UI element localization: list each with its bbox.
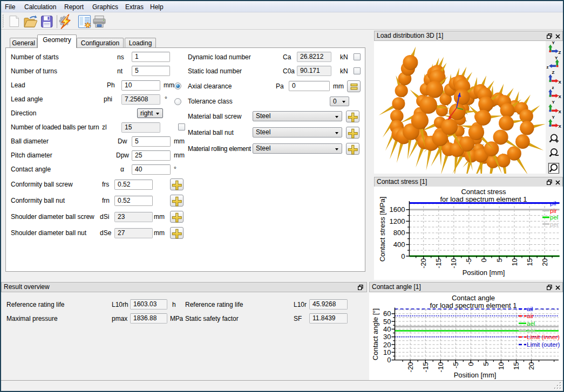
svg-text:Position [mm]: Position [mm] [454, 371, 497, 379]
svg-text:5: 5 [482, 362, 490, 366]
svg-text:for load spectrum element 1: for load spectrum element 1 [440, 195, 527, 203]
svg-text:Limit (inner): Limit (inner) [527, 334, 560, 340]
svg-text:pil: pil [550, 200, 556, 207]
svg-text:pel: pel [550, 214, 558, 221]
svg-text:X: X [559, 94, 562, 99]
svg-text:X: X [559, 124, 562, 129]
svg-text:10: 10 [511, 258, 519, 266]
svg-text:Contact angle [°]: Contact angle [°] [371, 308, 379, 360]
svg-text:-15: -15 [434, 258, 443, 269]
svg-text:-5: -5 [452, 362, 460, 369]
svg-text:20: 20 [527, 362, 535, 370]
svg-text:60: 60 [383, 310, 391, 318]
svg-text:10: 10 [383, 348, 391, 356]
svg-text:1600: 1600 [389, 205, 405, 214]
svg-text:z: z [552, 85, 554, 90]
svg-text:-10: -10 [450, 258, 458, 269]
svg-text:Y: Y [552, 41, 555, 45]
svg-text:20: 20 [541, 258, 549, 266]
svg-text:ael: ael [527, 327, 535, 334]
svg-text:X: X [559, 80, 562, 85]
svg-text:Contact stress: Contact stress [461, 188, 506, 196]
svg-text:-20: -20 [406, 362, 414, 373]
svg-text:X: X [559, 109, 562, 114]
svg-text:-10: -10 [437, 362, 445, 373]
svg-text:Limit (outer): Limit (outer) [527, 341, 560, 348]
svg-text:Position [mm]: Position [mm] [463, 269, 505, 277]
svg-text:-15: -15 [422, 362, 430, 373]
svg-text:0: 0 [387, 356, 391, 364]
svg-text:ail: ail [527, 306, 533, 312]
svg-text:1200: 1200 [389, 217, 405, 225]
svg-text:Y: Y [555, 56, 558, 60]
svg-text:5: 5 [495, 258, 504, 262]
svg-text:-20: -20 [419, 258, 427, 269]
svg-text:400: 400 [393, 240, 405, 249]
svg-text:0: 0 [401, 252, 405, 260]
svg-text:-5: -5 [465, 258, 473, 265]
svg-text:Y: Y [552, 100, 555, 105]
svg-text:Z: Z [552, 70, 555, 75]
svg-text:Contact angle: Contact angle [452, 294, 495, 302]
svg-text:50: 50 [383, 318, 391, 326]
svg-text:Contact stress [MPa]: Contact stress [MPa] [378, 197, 386, 262]
svg-text:30: 30 [383, 333, 391, 341]
svg-text:pir: pir [550, 208, 557, 214]
svg-text:0: 0 [480, 258, 488, 262]
svg-text:20: 20 [383, 341, 391, 349]
svg-text:z: z [547, 65, 549, 70]
svg-text:0: 0 [467, 362, 475, 366]
svg-text:40: 40 [383, 325, 391, 333]
svg-text:Z: Z [559, 50, 561, 55]
svg-text:15: 15 [526, 258, 534, 266]
svg-text:15: 15 [512, 362, 520, 370]
svg-text:for load spectrum element 1: for load spectrum element 1 [430, 301, 517, 310]
svg-text:per: per [550, 221, 559, 228]
svg-text:air: air [527, 313, 534, 319]
svg-text:ael: ael [527, 320, 535, 327]
svg-text:10: 10 [497, 362, 505, 370]
svg-text:800: 800 [393, 229, 405, 237]
svg-text:Y: Y [552, 115, 555, 120]
